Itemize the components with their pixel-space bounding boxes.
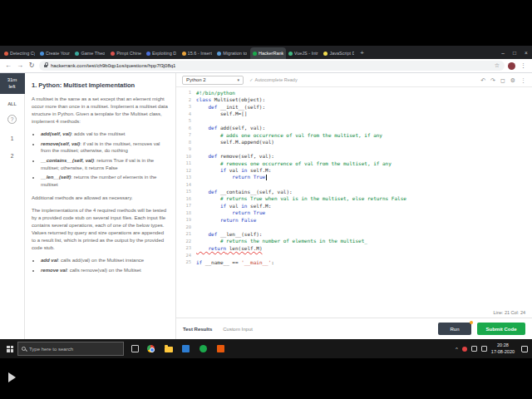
code-line[interactable]: 21 def __len__(self): — [176, 230, 532, 238]
code-line[interactable]: 9 — [176, 145, 532, 153]
tab-title: Detecting Cy — [10, 51, 35, 56]
code-text: if val in self.M: — [196, 203, 271, 209]
bullet-text: : calls remove(val) on the Multiset — [66, 268, 140, 273]
taskbar-app-app-orange[interactable] — [216, 344, 225, 353]
minimize-button[interactable]: – — [497, 46, 509, 59]
code-line[interactable]: 11 # removes one occurrence of val from … — [176, 160, 532, 167]
code-line[interactable]: 7 # adds one occurrence of val from the … — [176, 131, 532, 139]
taskbar-app-app-blue[interactable] — [181, 344, 190, 353]
browser-window: Detecting CyCreate YourGame TheoPimpt Ch… — [0, 46, 532, 339]
question-number-list: 12 — [11, 124, 14, 159]
timer-value: 31m — [7, 77, 17, 84]
browser-tab[interactable]: Game Theo — [72, 47, 108, 59]
taskbar-app-file-explorer[interactable] — [164, 344, 173, 353]
browser-tab[interactable]: 15.6 - Insert — [180, 47, 215, 59]
submit-code-button[interactable]: Submit Code — [477, 323, 525, 335]
code-line[interactable]: 17 if val in self.M: — [176, 202, 532, 209]
code-text: # returns True when val is in the multis… — [196, 195, 406, 201]
start-button[interactable] — [2, 339, 17, 358]
profile-avatar[interactable] — [508, 62, 515, 70]
footer-tab-test-results[interactable]: Test Results — [183, 327, 212, 332]
line-number: 10 — [176, 154, 196, 159]
back-icon[interactable]: ← — [4, 62, 12, 69]
code-line[interactable]: 18 return True — [176, 209, 532, 217]
browser-tab[interactable]: JavaScript D — [321, 47, 357, 59]
all-questions-button[interactable]: ALL — [7, 101, 17, 106]
line-number: 6 — [176, 126, 196, 131]
question-number-2[interactable]: 2 — [11, 153, 14, 159]
code-line[interactable]: 10 def remove(self, val): — [176, 153, 532, 160]
bullet-code: remove(self, val) — [41, 141, 80, 146]
play-icon[interactable] — [8, 372, 16, 382]
browser-tab[interactable]: Detecting Cy — [2, 47, 37, 59]
browser-tab[interactable]: Create Your — [37, 47, 73, 59]
code-line[interactable]: 20 — [176, 224, 532, 231]
settings-icon[interactable]: ⚙ — [510, 77, 515, 83]
question-number-1[interactable]: 1 — [11, 135, 14, 141]
line-number: 5 — [176, 118, 196, 123]
new-tab-button[interactable]: + — [357, 49, 367, 57]
browser-menu-icon[interactable]: ⋮ — [519, 62, 528, 69]
line-number: 13 — [176, 175, 196, 180]
code-text: return True — [196, 209, 265, 215]
taskbar-clock[interactable]: 20:28 17-08-2020 — [491, 342, 515, 354]
forward-icon[interactable]: → — [16, 62, 24, 69]
code-text: class Multiset(object): — [196, 96, 265, 102]
taskbar-apps — [146, 344, 225, 353]
code-line[interactable]: 2class Multiset(object): — [176, 96, 532, 104]
code-line[interactable]: 4 self.M=[] — [176, 111, 532, 118]
browser-tab[interactable]: Migration to — [214, 47, 250, 59]
code-line[interactable]: 23 return len(self.M) — [176, 244, 532, 252]
tab-list: Detecting CyCreate YourGame TheoPimpt Ch… — [2, 47, 357, 59]
fullscreen-icon[interactable]: ◻ — [500, 77, 505, 83]
tab-title: Exploiting D — [152, 51, 176, 56]
action-center-icon[interactable] — [521, 346, 528, 352]
footer-tab-custom-input[interactable]: Custom Input — [223, 327, 253, 332]
code-line[interactable]: 24 — [176, 252, 532, 259]
tray-icon[interactable] — [471, 346, 477, 352]
address-bar[interactable]: hackerrank.com/test/ch9b0qp1os/questions… — [39, 61, 505, 71]
code-line[interactable]: 13 return True — [176, 174, 532, 181]
code-line[interactable]: 14 — [176, 181, 532, 189]
code-line[interactable]: 6 def add(self, val): — [176, 125, 532, 132]
tab-favicon-icon — [4, 52, 8, 56]
taskbar-app-chrome[interactable] — [146, 344, 155, 353]
language-select[interactable]: Python 2 ▾ — [182, 76, 244, 85]
maximize-button[interactable]: □ — [509, 46, 520, 59]
code-line[interactable]: 19 return False — [176, 216, 532, 224]
browser-tab[interactable]: Pimpt Chine — [108, 47, 144, 59]
code-line[interactable]: 1#!/bin/python — [176, 89, 532, 96]
file-explorer-icon — [165, 347, 173, 352]
help-icon[interactable]: ? — [7, 115, 17, 124]
browser-tab[interactable]: HackerRank — [250, 47, 286, 59]
bullet-code: add val — [41, 258, 58, 263]
redo-icon[interactable]: ↷ — [490, 77, 495, 83]
code-area[interactable]: 1#!/bin/python2class Multiset(object):3 … — [176, 87, 532, 318]
editor-toolbar-icons: ↶↷◻⚙⋮ — [480, 77, 526, 83]
task-view-icon[interactable] — [131, 345, 139, 352]
tray-icon[interactable] — [481, 346, 487, 352]
code-line[interactable]: 8 self.M.append(val) — [176, 139, 532, 146]
browser-tab[interactable]: Exploiting D — [144, 47, 180, 59]
run-button[interactable]: Run — [438, 323, 471, 335]
bookmark-star-icon[interactable]: ☆ — [495, 62, 500, 69]
code-line[interactable]: 5 — [176, 117, 532, 125]
question-panel: 1. Python: Multiset Implementation A mul… — [25, 73, 176, 339]
bullet-text: : adds val to the multiset — [71, 131, 126, 136]
code-line[interactable]: 22 # returns the number of elements in t… — [176, 238, 532, 245]
code-line[interactable]: 3 def __init__(self): — [176, 103, 532, 111]
code-line[interactable]: 16 # returns True when val is in the mul… — [176, 195, 532, 203]
taskbar-app-app-green[interactable] — [199, 344, 208, 353]
code-line[interactable]: 15 def __contains__(self, val): — [176, 188, 532, 195]
browser-tab[interactable]: VueJS - Intr — [286, 47, 322, 59]
code-line[interactable]: 25if __name__ == '__main__': — [176, 259, 532, 266]
undo-icon[interactable]: ↶ — [480, 77, 485, 83]
tray-chevron-icon[interactable]: ^ — [456, 347, 458, 352]
more-options-icon[interactable]: ⋮ — [520, 77, 526, 83]
close-button[interactable]: × — [520, 46, 532, 59]
recorder-tray-icon[interactable] — [462, 347, 467, 352]
reload-icon[interactable]: ↻ — [27, 62, 36, 69]
taskbar-search[interactable]: Type here to search — [17, 342, 124, 356]
tab-favicon-icon — [323, 52, 328, 56]
code-line[interactable]: 12 if val in self.M: — [176, 167, 532, 175]
